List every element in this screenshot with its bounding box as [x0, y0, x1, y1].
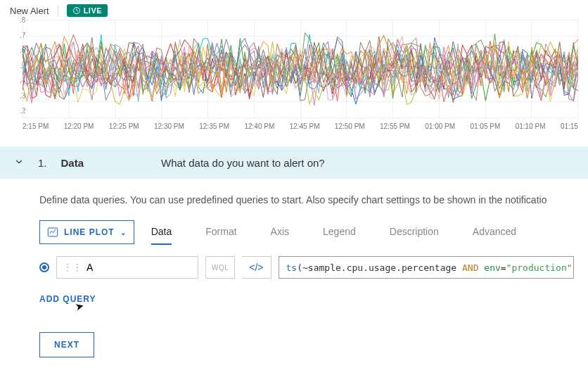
drag-handle-icon[interactable]: ⋮⋮: [63, 262, 82, 273]
plot-type-dropdown[interactable]: LINE PLOT ⌄: [39, 220, 134, 244]
code-icon: </>: [249, 262, 263, 273]
query-expression-input[interactable]: ts(~sample.cpu.usage.percentage AND env=…: [279, 256, 574, 279]
tab-axis[interactable]: Axis: [271, 220, 289, 245]
x-tick-label: 01:10 PM: [516, 122, 546, 130]
query-name-input[interactable]: [87, 262, 192, 273]
x-tick-label: 01:15: [561, 122, 578, 130]
live-label: LIVE: [84, 6, 102, 15]
x-tick-label: 12:40 PM: [244, 122, 274, 130]
step-name: Data: [61, 157, 84, 169]
chevron-down-icon: ⌄: [120, 229, 127, 236]
step-number: 1.: [38, 157, 47, 169]
page-title: New Alert: [10, 6, 49, 16]
next-button[interactable]: NEXT: [39, 332, 94, 357]
preview-chart: .8.7.6.5.4.3.2 2:15 PM12:20 PM12:25 PM12…: [0, 20, 588, 139]
x-tick-label: 12:30 PM: [154, 122, 184, 130]
x-tick-label: 12:35 PM: [199, 122, 229, 130]
tab-description[interactable]: Description: [390, 220, 439, 245]
wql-button[interactable]: WQL: [205, 256, 235, 279]
chart-lines: [23, 20, 578, 118]
line-chart-icon: [47, 227, 58, 238]
step-question: What data do you want to alert on?: [161, 157, 325, 169]
live-badge[interactable]: LIVE: [67, 4, 108, 17]
settings-tabs: DataFormatAxisLegendDescriptionAdvanced: [151, 220, 516, 245]
step-header[interactable]: 1. Data What data do you want to alert o…: [0, 146, 588, 179]
x-tick-label: 01:05 PM: [470, 122, 500, 130]
x-axis: 2:15 PM12:20 PM12:25 PM12:30 PM12:35 PM1…: [23, 122, 578, 130]
tab-data[interactable]: Data: [151, 220, 172, 245]
query-name-field[interactable]: ⋮⋮: [56, 256, 198, 279]
query-row: ⋮⋮ WQL </> ts(~sample.cpu.usage.percenta…: [39, 256, 574, 279]
chevron-down-icon[interactable]: [14, 157, 24, 169]
step-description: Define data queries. You can use predefi…: [39, 194, 574, 205]
divider: [58, 5, 58, 16]
code-toggle-button[interactable]: </>: [242, 256, 271, 279]
clock-icon: [72, 6, 81, 15]
x-tick-label: 12:50 PM: [335, 122, 365, 130]
query-radio[interactable]: [39, 262, 49, 272]
tab-format[interactable]: Format: [205, 220, 236, 245]
tab-legend[interactable]: Legend: [323, 220, 356, 245]
x-tick-label: 12:25 PM: [109, 122, 139, 130]
x-tick-label: 12:45 PM: [290, 122, 320, 130]
x-tick-label: 12:20 PM: [64, 122, 94, 130]
x-tick-label: 2:15 PM: [23, 122, 49, 130]
x-tick-label: 01:00 PM: [425, 122, 455, 130]
x-tick-label: 12:55 PM: [380, 122, 410, 130]
plot-type-label: LINE PLOT: [64, 227, 115, 237]
add-query-button[interactable]: ADD QUERY ➤: [39, 294, 96, 304]
tab-advanced[interactable]: Advanced: [473, 220, 516, 245]
